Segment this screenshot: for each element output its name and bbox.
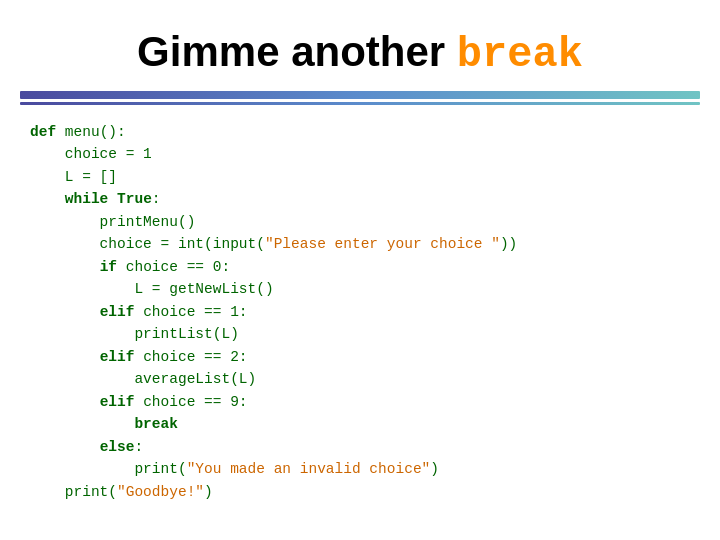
code-line-5: printMenu()	[30, 211, 700, 233]
code-line-2: choice = 1	[30, 143, 700, 165]
code-line-12: averageList(L)	[30, 368, 700, 390]
code-line-8: L = getNewList()	[30, 278, 700, 300]
code-line-6: choice = int(input("Please enter your ch…	[30, 233, 700, 255]
code-line-10: printList(L)	[30, 323, 700, 345]
code-line-17: print("Goodbye!")	[30, 481, 700, 503]
code-line-11: elif choice == 2:	[30, 346, 700, 368]
code-line-3: L = []	[30, 166, 700, 188]
divider-bar-thin	[20, 102, 700, 105]
code-line-1: def menu():	[30, 121, 700, 143]
title-prefix: Gimme another	[137, 28, 457, 75]
code-line-15: else:	[30, 436, 700, 458]
page-title: Gimme another break	[137, 28, 583, 75]
code-block: def menu(): choice = 1 L = [] while True…	[20, 121, 700, 503]
code-line-13: elif choice == 9:	[30, 391, 700, 413]
code-line-7: if choice == 0:	[30, 256, 700, 278]
title-area: Gimme another break	[0, 0, 720, 91]
code-line-14: break	[30, 413, 700, 435]
title-keyword: break	[457, 31, 583, 79]
divider-bar-thick	[20, 91, 700, 99]
code-line-9: elif choice == 1:	[30, 301, 700, 323]
code-line-16: print("You made an invalid choice")	[30, 458, 700, 480]
page-container: Gimme another break def menu(): choice =…	[0, 0, 720, 540]
code-line-4: while True:	[30, 188, 700, 210]
